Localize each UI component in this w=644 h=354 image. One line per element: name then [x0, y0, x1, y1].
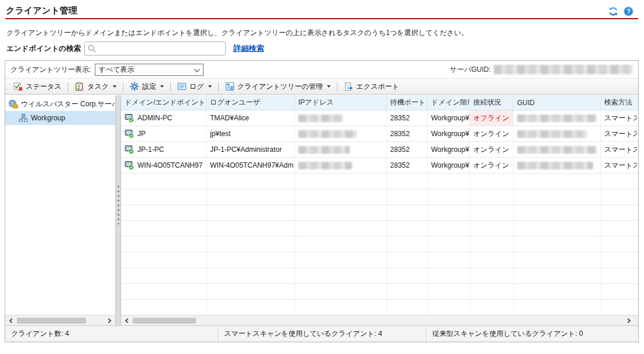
page-title: クライアント管理 [6, 5, 77, 16]
endpoint-search-row: エンドポイントの検索 詳細検索 [6, 41, 264, 55]
server-globe-icon [8, 99, 18, 109]
endpoint-cell: WIN-4O05TCANH97 [121, 158, 206, 173]
tree-scrollbar[interactable] [5, 315, 115, 325]
domain-cell: Workgroup¥ [428, 158, 470, 173]
scroll-right-icon[interactable] [106, 318, 111, 322]
table-row[interactable]: ADMIN-PC TMAD¥Alice 28352 Workgroup¥ オフラ… [121, 110, 638, 126]
svg-text:?: ? [626, 8, 631, 15]
scan-method-cell: スマートス… [601, 158, 637, 173]
guid-redacted [517, 162, 593, 169]
table-row[interactable]: WIN-4O05TCANH97 WIN-4O05TCANH97¥Adm… 283… [121, 158, 638, 173]
splitter-extension [115, 315, 121, 325]
guid-cell [514, 158, 601, 173]
toolbar-separator [68, 82, 68, 92]
endpoint-computer-icon [125, 145, 134, 154]
logon-user-cell: TMAD¥Alice [206, 110, 295, 126]
export-button[interactable]: エクスポート [340, 80, 403, 93]
refresh-icon[interactable] [608, 6, 618, 16]
guid-cell [514, 110, 601, 126]
toolbar-separator [170, 82, 171, 92]
search-icon [88, 44, 96, 53]
status-button-label: ステータス [26, 82, 61, 92]
scan-method-cell: スマートス… [601, 110, 637, 126]
splitter-grip-icon [118, 186, 119, 224]
column-header-scan-method[interactable]: 検索方法 [601, 95, 637, 110]
scan-method-cell: スマートス… [601, 142, 637, 157]
domain-cell: Workgroup¥ [428, 142, 470, 157]
task-clipboard-icon [75, 82, 84, 91]
header-icons: ? [608, 6, 633, 16]
caret-down-icon [160, 85, 164, 88]
ip-cell [295, 142, 387, 157]
endpoint-cell: JP [121, 126, 206, 141]
page-description: クライアントツリーからドメインまたはエンドポイントを選択し、クライアントツリーの… [6, 28, 469, 38]
column-header-port[interactable]: 待機ポート [387, 95, 428, 110]
search-input[interactable] [98, 44, 222, 53]
guid-cell [514, 142, 601, 157]
guid-redacted [517, 114, 597, 122]
port-cell: 28352 [387, 126, 428, 141]
advanced-search-link[interactable]: 詳細検索 [233, 43, 264, 54]
search-box[interactable] [84, 41, 226, 55]
table-scrollbar[interactable] [121, 315, 638, 325]
tree-item-workgroup[interactable]: Workgroup [5, 111, 115, 125]
scroll-left-icon[interactable] [125, 318, 130, 322]
connection-status-cell: オフライン [470, 110, 514, 126]
scroll-left-icon[interactable] [9, 318, 14, 322]
ip-redacted [298, 146, 350, 154]
client-count-status: クライアント数: 4 [5, 326, 218, 342]
connection-status-cell: オンライン [470, 142, 514, 157]
settings-gear-icon [130, 82, 139, 91]
column-header-endpoint[interactable]: ドメイン/エンドポイント [121, 95, 206, 110]
panel-splitter[interactable] [115, 95, 121, 315]
task-button-label: タスク [87, 82, 109, 92]
column-header-ip[interactable]: IPアドレス [295, 95, 387, 110]
scroll-right-icon[interactable] [626, 318, 631, 322]
caret-down-icon [327, 85, 330, 88]
logon-user-cell: jp¥test [206, 126, 295, 141]
tree-item-label: Workgroup [31, 114, 65, 122]
status-button[interactable]: ステータス [9, 80, 66, 93]
export-icon [344, 82, 353, 91]
connection-status-cell: オンライン [470, 158, 514, 173]
table-header-row: ドメイン/エンドポイント ログオンユーザ IPアドレス 待機ポート ドメイン階層… [121, 95, 638, 110]
task-button[interactable]: タスク [71, 80, 120, 93]
column-header-connection[interactable]: 接続状況 [470, 95, 514, 110]
logon-user-cell: WIN-4O05TCANH97¥Adm… [206, 158, 295, 173]
log-icon [177, 82, 187, 91]
content-area: ウイルスバスター Corp.サーバ Workgroup [5, 95, 638, 315]
settings-button-label: 設定 [142, 82, 156, 92]
caret-down-icon [113, 85, 116, 88]
toolbar-separator [337, 82, 338, 92]
port-cell: 28352 [387, 110, 428, 126]
workgroup-icon [19, 113, 28, 123]
tree-view-select[interactable]: すべて表示 [95, 64, 204, 76]
table-row[interactable]: JP jp¥test 28352 Workgroup¥ オンライン スマートス… [121, 126, 638, 142]
tree-view-label: クライアントツリー表示: [11, 65, 91, 75]
table-scroll-thumb[interactable] [133, 318, 196, 324]
settings-button[interactable]: 設定 [126, 80, 168, 93]
connection-status-cell: オンライン [470, 126, 514, 141]
tree-manage-button[interactable]: クライアントツリーの管理 [221, 80, 335, 93]
horizontal-scrollbars [5, 315, 638, 325]
tree-manage-icon [225, 82, 235, 91]
ip-redacted [298, 130, 357, 138]
endpoint-computer-icon [125, 161, 134, 170]
tree-root-server[interactable]: ウイルスバスター Corp.サーバ [5, 97, 115, 111]
title-rule [5, 18, 638, 19]
ip-redacted [298, 114, 343, 122]
chevron-down-icon [194, 66, 199, 72]
ip-cell [295, 110, 387, 126]
help-icon[interactable]: ? [624, 6, 633, 16]
client-management-page: クライアント管理 ? クライアントツリーからドメインまたはエンドポイントを選択し… [0, 0, 644, 354]
column-header-domain[interactable]: ドメイン階層 [428, 95, 470, 110]
log-button[interactable]: ログ [173, 80, 216, 93]
tree-scroll-thumb[interactable] [17, 318, 86, 324]
column-header-guid[interactable]: GUID [514, 95, 601, 110]
table-row[interactable]: JP-1-PC JP-1-PC¥Administrator 28352 Work… [121, 142, 638, 158]
status-checkbox-icon [13, 82, 23, 91]
scan-method-cell: スマートス… [601, 126, 637, 141]
column-header-logon-user[interactable]: ログオンユーザ [206, 95, 295, 110]
ip-cell [295, 158, 387, 173]
endpoint-cell: JP-1-PC [121, 142, 206, 157]
